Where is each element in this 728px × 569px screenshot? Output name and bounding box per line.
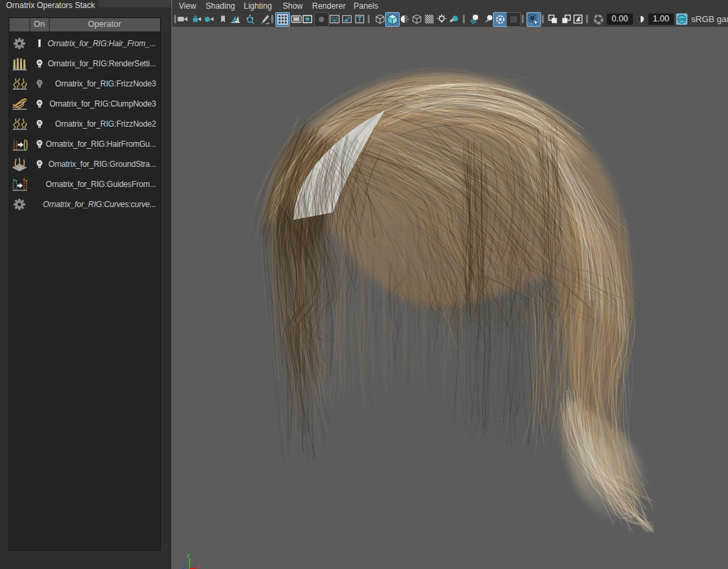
svg-text:y: y	[187, 552, 190, 558]
svg-text:z: z	[182, 564, 186, 569]
svg-text:ON: ON	[679, 17, 684, 21]
svg-text:x: x	[197, 563, 200, 569]
